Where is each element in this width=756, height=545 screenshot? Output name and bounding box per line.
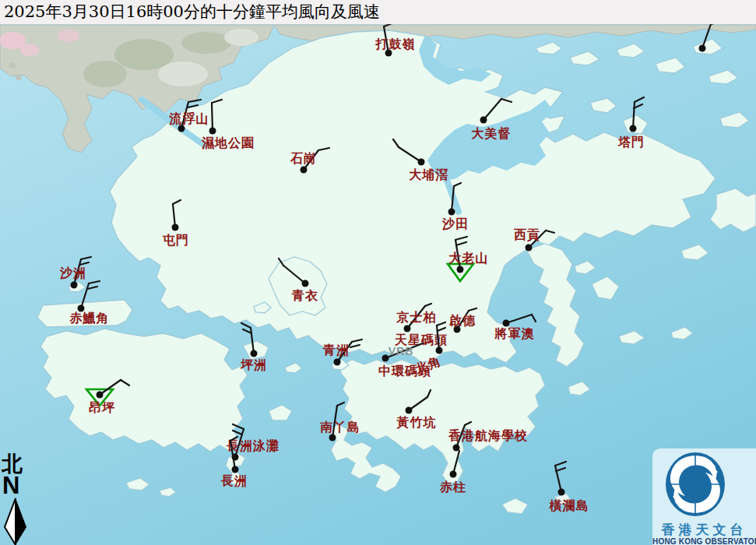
- station-dot: [251, 350, 258, 357]
- station-label: 濕地公園: [201, 135, 255, 150]
- station-label: 沙洲: [59, 265, 86, 280]
- station-dot: [209, 128, 216, 135]
- hko-name-english: HONG KONG OBSERVATORY: [652, 537, 756, 545]
- station-label: 流浮山: [169, 111, 209, 126]
- station-dot: [172, 224, 179, 231]
- station-label: 坪洲: [240, 357, 267, 372]
- station-dot: [453, 445, 460, 452]
- station-dot: [450, 471, 457, 478]
- station-dot: [302, 280, 309, 287]
- station-dot: [457, 266, 464, 273]
- station-label: 長洲: [220, 473, 248, 488]
- station-label: 京士柏: [396, 310, 437, 325]
- north-letter-label: N: [2, 475, 33, 497]
- station-label: 大美督: [472, 126, 512, 141]
- station-label: 青衣: [291, 288, 318, 303]
- station-dot: [558, 489, 565, 496]
- station-dot: [448, 209, 455, 216]
- wind-barb: [212, 103, 213, 131]
- station-dot: [334, 359, 341, 366]
- station-label: 昂坪: [89, 400, 115, 415]
- station-label: 塔門: [617, 135, 645, 149]
- hk-wind-map: 打鼓嶺流浮山濕地公園石崗大美督塔門大埔滘沙田西貢大老山屯門沙洲赤鱲角青衣京士柏啟…: [0, 0, 756, 545]
- station-dot: [301, 167, 308, 174]
- station-label: 將軍澳: [494, 326, 535, 341]
- north-compass: 北 N: [2, 453, 33, 545]
- hko-logo: 香港天文台 HONG KONG OBSERVATORY: [652, 448, 756, 545]
- station-label: 中環碼頭: [378, 364, 431, 378]
- station-label: 香港航海學校: [448, 428, 528, 443]
- station-label: 長洲泳灘: [226, 438, 280, 453]
- station-dot: [71, 282, 78, 289]
- station-label: 沙田: [441, 216, 469, 231]
- station-label: 橫瀾島: [549, 498, 589, 513]
- station-dot: [630, 125, 637, 132]
- station-label: 西貢: [513, 227, 540, 242]
- vrb-indicator: VRB: [389, 345, 414, 357]
- station-label: 打鼓嶺: [375, 37, 416, 51]
- north-arrow-icon: [2, 497, 30, 545]
- station-dot: [97, 392, 104, 399]
- hko-emblem-icon: [652, 448, 756, 520]
- station-dot: [699, 45, 706, 52]
- hko-name-chinese: 香港天文台: [652, 522, 756, 537]
- station-label: 青洲: [322, 343, 350, 357]
- station-dot: [480, 117, 487, 124]
- station-label: 赤柱: [439, 480, 466, 494]
- station-dot: [329, 434, 336, 441]
- station-label: 大埔滘: [410, 167, 449, 182]
- station-dot: [436, 347, 443, 354]
- station-label: 屯門: [162, 233, 189, 248]
- station-label: 石崗: [290, 151, 317, 166]
- station-dot: [232, 466, 239, 473]
- station-label: 大老山: [449, 251, 489, 265]
- map-title: 2025年3月30日16時00分的十分鐘平均風向及風速: [0, 0, 756, 24]
- station-label: 黃竹坑: [396, 415, 437, 430]
- station-dot: [526, 244, 533, 251]
- station-label: 啟德: [448, 313, 476, 328]
- station-label: 南丫島: [320, 420, 360, 434]
- station-dot: [418, 159, 425, 166]
- station-dot: [404, 325, 411, 332]
- station-label: 赤鱲角: [69, 311, 110, 325]
- station-dot: [406, 407, 413, 414]
